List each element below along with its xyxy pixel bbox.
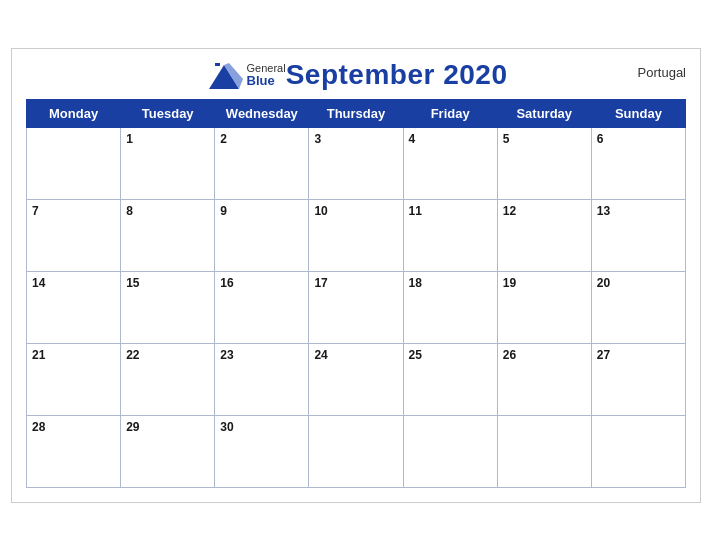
day-cell: 13 <box>591 199 685 271</box>
week-row-5: 282930 <box>27 415 686 487</box>
day-cell: 5 <box>497 127 591 199</box>
calendar-thead: Monday Tuesday Wednesday Thursday Friday… <box>27 99 686 127</box>
logo-text: General Blue <box>247 62 286 88</box>
day-number: 26 <box>503 348 516 362</box>
header-sunday: Sunday <box>591 99 685 127</box>
day-cell <box>27 127 121 199</box>
day-number: 11 <box>409 204 422 218</box>
day-cell: 15 <box>121 271 215 343</box>
day-cell: 1 <box>121 127 215 199</box>
day-cell: 22 <box>121 343 215 415</box>
header-monday: Monday <box>27 99 121 127</box>
day-number: 24 <box>314 348 327 362</box>
logo-blue-text: Blue <box>247 74 286 88</box>
calendar-table: Monday Tuesday Wednesday Thursday Friday… <box>26 99 686 488</box>
day-number: 18 <box>409 276 422 290</box>
day-cell: 28 <box>27 415 121 487</box>
calendar-container: General Blue September 2020 Portugal Mon… <box>11 48 701 503</box>
day-cell: 29 <box>121 415 215 487</box>
day-number: 9 <box>220 204 227 218</box>
day-cell: 4 <box>403 127 497 199</box>
calendar-title: September 2020 <box>286 59 508 91</box>
day-cell <box>403 415 497 487</box>
day-number: 1 <box>126 132 133 146</box>
day-cell: 20 <box>591 271 685 343</box>
day-number: 7 <box>32 204 39 218</box>
week-row-3: 14151617181920 <box>27 271 686 343</box>
day-cell: 8 <box>121 199 215 271</box>
logo: General Blue <box>205 59 286 93</box>
day-number: 21 <box>32 348 45 362</box>
day-cell: 10 <box>309 199 403 271</box>
day-number: 14 <box>32 276 45 290</box>
day-cell: 9 <box>215 199 309 271</box>
day-number: 10 <box>314 204 327 218</box>
day-number: 4 <box>409 132 416 146</box>
day-number: 5 <box>503 132 510 146</box>
day-cell: 14 <box>27 271 121 343</box>
header-saturday: Saturday <box>497 99 591 127</box>
header-thursday: Thursday <box>309 99 403 127</box>
day-cell: 6 <box>591 127 685 199</box>
day-number: 23 <box>220 348 233 362</box>
day-number: 13 <box>597 204 610 218</box>
day-number: 16 <box>220 276 233 290</box>
day-number: 20 <box>597 276 610 290</box>
day-cell <box>497 415 591 487</box>
day-cell <box>591 415 685 487</box>
day-cell: 30 <box>215 415 309 487</box>
calendar-title-block: September 2020 <box>286 59 508 91</box>
day-number: 25 <box>409 348 422 362</box>
day-cell: 2 <box>215 127 309 199</box>
day-number: 8 <box>126 204 133 218</box>
day-cell: 27 <box>591 343 685 415</box>
day-number: 30 <box>220 420 233 434</box>
svg-rect-2 <box>215 63 220 66</box>
header-wednesday: Wednesday <box>215 99 309 127</box>
week-row-4: 21222324252627 <box>27 343 686 415</box>
day-cell: 18 <box>403 271 497 343</box>
day-cell: 3 <box>309 127 403 199</box>
day-cell: 12 <box>497 199 591 271</box>
header-friday: Friday <box>403 99 497 127</box>
day-number: 12 <box>503 204 516 218</box>
day-number: 3 <box>314 132 321 146</box>
day-cell: 11 <box>403 199 497 271</box>
day-cell: 25 <box>403 343 497 415</box>
day-cell: 26 <box>497 343 591 415</box>
day-cell: 7 <box>27 199 121 271</box>
day-number: 15 <box>126 276 139 290</box>
day-number: 29 <box>126 420 139 434</box>
day-cell: 23 <box>215 343 309 415</box>
calendar-body: 1234567891011121314151617181920212223242… <box>27 127 686 487</box>
day-number: 2 <box>220 132 227 146</box>
weekday-header-row: Monday Tuesday Wednesday Thursday Friday… <box>27 99 686 127</box>
day-number: 19 <box>503 276 516 290</box>
day-cell: 17 <box>309 271 403 343</box>
day-number: 22 <box>126 348 139 362</box>
day-cell: 24 <box>309 343 403 415</box>
day-cell <box>309 415 403 487</box>
week-row-2: 78910111213 <box>27 199 686 271</box>
day-number: 28 <box>32 420 45 434</box>
day-cell: 19 <box>497 271 591 343</box>
logo-icon <box>205 59 243 93</box>
day-cell: 21 <box>27 343 121 415</box>
week-row-1: 123456 <box>27 127 686 199</box>
day-number: 27 <box>597 348 610 362</box>
day-number: 17 <box>314 276 327 290</box>
day-number: 6 <box>597 132 604 146</box>
calendar-header: General Blue September 2020 Portugal <box>26 59 686 93</box>
country-label: Portugal <box>638 65 686 80</box>
header-tuesday: Tuesday <box>121 99 215 127</box>
day-cell: 16 <box>215 271 309 343</box>
